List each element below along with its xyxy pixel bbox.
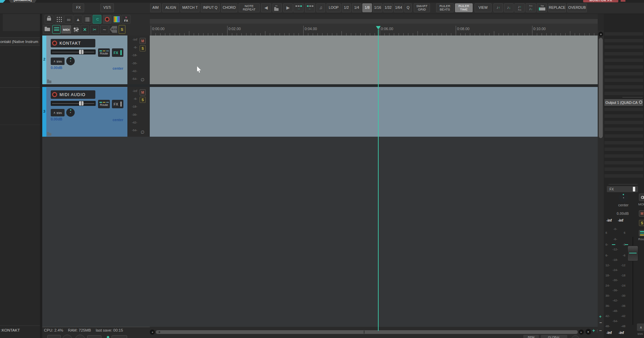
transpose-up-button[interactable]: ♪↑ — [494, 3, 503, 12]
global-box-partial[interactable]: GLOBAL — [541, 335, 567, 338]
grid-division-Q[interactable]: Q — [404, 3, 412, 12]
match-t-button[interactable]: MATCH T — [181, 3, 199, 12]
solo-all-button[interactable]: S — [119, 25, 125, 34]
trim-button[interactable]: ∧ trim — [51, 58, 65, 65]
grid-lines-button[interactable] — [83, 15, 92, 24]
replace-button[interactable]: REPLACE — [548, 3, 566, 12]
mute-button[interactable]: M — [140, 38, 146, 44]
align-button[interactable]: ALIGN — [162, 3, 179, 12]
color-button[interactable] — [112, 15, 121, 24]
track-color-strip[interactable]: 3 — [42, 87, 46, 137]
fx-button[interactable]: FX — [112, 48, 123, 57]
overdub-button[interactable]: OVERDUB — [567, 3, 587, 12]
track-grip-icon[interactable] — [47, 133, 51, 136]
pan-knob[interactable] — [66, 108, 75, 117]
solo-button[interactable]: S — [140, 45, 146, 51]
phase-invert-icon[interactable]: ∅ — [141, 130, 144, 135]
grid-division-1-2[interactable]: 1/2 — [342, 3, 351, 12]
fx-bypass-button[interactable]: ✕FX — [122, 15, 130, 24]
route-button[interactable]: Route — [98, 100, 110, 108]
octave-down-button[interactable]: 8va♪↓ — [526, 3, 536, 12]
bpm-box-partial[interactable]: BPM — [523, 335, 539, 338]
grid-division-1-16[interactable]: 1/16 — [373, 3, 382, 12]
solo-button[interactable]: S — [140, 97, 146, 103]
link-button[interactable]: ∞ — [64, 15, 73, 24]
transport-button-partial[interactable] — [47, 335, 61, 338]
comp-take-button[interactable] — [537, 3, 547, 12]
note-duration-button[interactable]: ♫ — [316, 3, 325, 12]
crossfade-button[interactable]: ✕ — [81, 25, 89, 34]
mute-button[interactable]: M — [140, 89, 146, 95]
grid-division-1-4[interactable]: 1/4 — [352, 3, 361, 12]
volume-slider-handle[interactable] — [79, 50, 84, 54]
view-button[interactable]: VIEW — [475, 3, 492, 12]
nudge-left-button[interactable]: ← — [305, 3, 315, 12]
automation-button[interactable]: ∼ — [100, 25, 109, 34]
track-lane-midi-audio[interactable] — [150, 87, 598, 137]
vsti-button[interactable]: VSTi — [100, 3, 114, 12]
sidebar-item-kontakt[interactable]: Kontakt (Native Instrum — [0, 37, 40, 46]
track-list-button[interactable] — [52, 25, 61, 34]
fx-button[interactable]: FX — [112, 100, 123, 108]
track-name-box[interactable]: MIDI AUDIO — [51, 90, 95, 99]
pan-value[interactable]: center — [113, 66, 123, 70]
master-trim-button[interactable]: ∧ — [637, 323, 644, 331]
ruler-time-button[interactable]: RULER TIME — [455, 3, 473, 12]
ruler-beats-button[interactable]: RULER BEATS — [436, 3, 454, 12]
track-name-box[interactable]: KONTAKT — [51, 39, 95, 47]
master-fader-handle[interactable] — [627, 246, 638, 261]
monitor-fx-badge[interactable]: MONITOR FX — [583, 0, 618, 2]
grid-division-1-8[interactable]: 1/8 — [362, 3, 372, 12]
grid-button[interactable] — [55, 15, 64, 24]
vertical-scroll-thumb[interactable] — [599, 38, 603, 138]
timeline-ruler[interactable]: 0:00.000:02.000:04.000:06.000:08.000:10.… — [150, 24, 598, 36]
route-button[interactable]: Route — [98, 48, 110, 57]
arrange-empty-area[interactable] — [42, 137, 598, 327]
track-grip-icon[interactable] — [47, 81, 51, 83]
phase-invert-icon[interactable]: ∅ — [141, 77, 144, 82]
volume-slider[interactable] — [51, 101, 96, 106]
trim-button[interactable]: ∧ trim — [51, 109, 65, 116]
scroll-left-button[interactable]: ◂ — [150, 330, 155, 335]
loop-button[interactable]: LOOP — [327, 3, 341, 12]
project-tab[interactable]: [Unsaved] — [7, 0, 39, 3]
previous-marker-button[interactable]: ◀ — [261, 3, 271, 12]
horizontal-scroll-thumb[interactable] — [156, 330, 578, 334]
midi-view-button[interactable]: MIDI — [61, 25, 71, 34]
pan-knob[interactable] — [66, 57, 75, 65]
record-arm-button[interactable] — [52, 41, 57, 46]
split-clip-button[interactable]: ✂ — [90, 25, 99, 34]
nudge-right-button[interactable]: → — [293, 3, 304, 12]
track-folder-button[interactable] — [43, 25, 52, 34]
auto-scroll-button[interactable]: ▸ — [586, 329, 591, 335]
loop-bar[interactable] — [150, 19, 598, 24]
transpose-down-button[interactable]: ♪↓ — [504, 3, 514, 12]
volume-slider[interactable] — [51, 49, 96, 54]
track-color-strip[interactable]: 2 — [42, 36, 46, 84]
note-repeat-button[interactable]: NOTE REPEAT — [239, 3, 260, 12]
fx-toggle-button[interactable]: FX — [73, 3, 84, 12]
record-take-button[interactable]: ∼ — [272, 3, 282, 12]
grid-division-1-64[interactable]: 1/64 — [394, 3, 403, 12]
track-lane-kontakt[interactable] — [150, 36, 598, 84]
browser-preview-box[interactable] — [3, 13, 40, 31]
next-marker-button[interactable]: ▶ — [283, 3, 293, 12]
scroll-right-button[interactable]: ▸ — [579, 330, 584, 335]
mixer-button[interactable] — [72, 25, 80, 34]
transport-button-partial[interactable] — [112, 335, 127, 338]
h-zoom-in-button[interactable]: + — [592, 328, 595, 333]
track-header-kontakt[interactable]: KONTAKT Route FX ∧ trim 0.00dB center — [46, 36, 127, 84]
octave-up-button[interactable]: ♪↑8va — [515, 3, 525, 12]
playhead-marker[interactable] — [376, 26, 381, 29]
aim-button[interactable]: AIM — [150, 3, 161, 12]
snap-button[interactable]: ∩ — [93, 15, 101, 24]
input-q-button[interactable]: INPUT Q — [201, 3, 220, 12]
grid-division-1-32[interactable]: 1/32 — [383, 3, 393, 12]
vertical-scrollbar[interactable]: + − — [598, 30, 604, 327]
record-mode-button[interactable] — [103, 15, 112, 24]
volume-value[interactable]: 0.00dB — [51, 117, 62, 121]
zoom-in-button[interactable]: + — [599, 314, 602, 319]
smart-grid-button[interactable]: SMART GRID — [414, 3, 430, 12]
h-zoom-out-button[interactable]: − — [599, 328, 602, 333]
fx-enable-bar[interactable] — [120, 102, 122, 107]
